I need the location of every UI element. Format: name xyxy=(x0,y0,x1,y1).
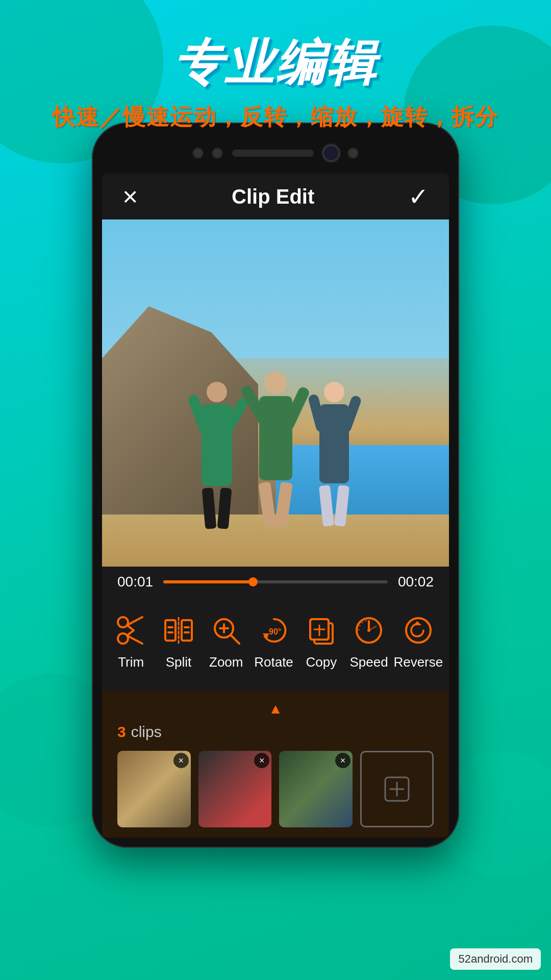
app-background: 专业编辑 快速／慢速运动，反转，缩放，旋转，拆分 × Clip Edit ✓ xyxy=(0,0,551,980)
timeline-thumb[interactable] xyxy=(248,577,258,586)
sub-title: 快速／慢速运动，反转，缩放，旋转，拆分 xyxy=(0,102,551,132)
subject-3 xyxy=(311,382,357,525)
split-icon xyxy=(161,612,196,648)
front-camera-mid xyxy=(213,149,222,158)
video-subjects xyxy=(194,372,357,525)
timeline-bar[interactable]: 00:01 00:02 xyxy=(102,567,449,597)
tool-rotate[interactable]: 90° Rotate xyxy=(251,612,297,670)
screen-title: Clip Edit xyxy=(232,185,314,208)
timeline-progress-track[interactable] xyxy=(163,580,388,583)
confirm-button[interactable]: ✓ xyxy=(408,182,429,211)
tool-speed[interactable]: Speed xyxy=(346,612,392,670)
speed-label: Speed xyxy=(350,654,388,670)
title-area: 专业编辑 快速／慢速运动，反转，缩放，旋转，拆分 xyxy=(0,31,551,132)
clip-remove-3[interactable]: × xyxy=(335,753,350,768)
svg-point-25 xyxy=(367,629,370,632)
front-camera-right xyxy=(348,149,358,158)
tools-panel: Trim xyxy=(102,597,449,691)
svg-rect-11 xyxy=(184,626,190,628)
clip-thumbnail-2[interactable]: × xyxy=(198,751,272,827)
rotate-icon: 90° xyxy=(256,612,292,648)
svg-marker-27 xyxy=(413,621,421,625)
zoom-icon xyxy=(208,612,244,648)
tool-reverse[interactable]: Reverse xyxy=(393,612,443,670)
clip-thumbnail-1[interactable]: × xyxy=(117,751,191,827)
clips-row: × × × xyxy=(117,751,434,827)
svg-line-5 xyxy=(127,630,134,635)
svg-line-2 xyxy=(127,617,142,625)
timeline-start-time: 00:01 xyxy=(117,574,153,590)
tool-split[interactable]: Split xyxy=(156,612,202,670)
zoom-label: Zoom xyxy=(209,654,243,670)
rotate-label: Rotate xyxy=(254,654,293,670)
phone-outer: × Clip Edit ✓ xyxy=(92,122,459,848)
clip-remove-1[interactable]: × xyxy=(173,753,189,768)
copy-label: Copy xyxy=(306,654,337,670)
clips-panel: ▲ 3 clips × × xyxy=(102,691,449,838)
front-camera-main xyxy=(324,146,338,160)
speed-icon xyxy=(351,612,387,648)
clip-thumbnail-3[interactable]: × xyxy=(279,751,353,827)
main-title: 专业编辑 xyxy=(0,31,551,97)
tool-trim[interactable]: Trim xyxy=(108,612,154,670)
svg-rect-9 xyxy=(167,626,173,628)
svg-point-26 xyxy=(406,618,431,643)
clip-add-button[interactable] xyxy=(360,751,434,827)
clips-header: 3 clips xyxy=(117,723,434,741)
clips-label: clips xyxy=(131,723,162,741)
tool-zoom[interactable]: Zoom xyxy=(203,612,249,670)
subject-2 xyxy=(250,372,301,525)
close-button[interactable]: × xyxy=(122,181,138,212)
svg-rect-10 xyxy=(167,631,173,633)
subject-1 xyxy=(194,382,240,525)
svg-line-4 xyxy=(127,625,134,630)
video-preview xyxy=(102,219,449,567)
tool-copy[interactable]: Copy xyxy=(298,612,344,670)
svg-text:90°: 90° xyxy=(269,627,281,636)
phone-speaker xyxy=(232,150,314,157)
timeline-progress-fill xyxy=(163,580,253,583)
svg-rect-6 xyxy=(165,620,176,641)
svg-line-3 xyxy=(127,635,142,644)
clips-count: 3 xyxy=(117,723,126,741)
phone-notch xyxy=(102,133,449,174)
front-camera-left xyxy=(193,149,203,158)
svg-line-14 xyxy=(231,635,239,644)
timeline-end-time: 00:02 xyxy=(398,574,434,590)
phone-mockup: × Clip Edit ✓ xyxy=(92,122,459,848)
svg-rect-7 xyxy=(182,620,192,641)
phone-screen: × Clip Edit ✓ xyxy=(102,174,449,838)
watermark: 52android.com xyxy=(450,948,541,970)
trim-label: Trim xyxy=(118,654,144,670)
svg-rect-12 xyxy=(184,631,190,633)
reverse-icon xyxy=(400,612,436,648)
split-label: Split xyxy=(166,654,192,670)
reverse-label: Reverse xyxy=(393,654,443,670)
copy-icon xyxy=(304,612,339,648)
screen-header: × Clip Edit ✓ xyxy=(102,174,449,219)
trim-icon xyxy=(113,612,149,648)
tools-row: Trim xyxy=(102,612,449,670)
